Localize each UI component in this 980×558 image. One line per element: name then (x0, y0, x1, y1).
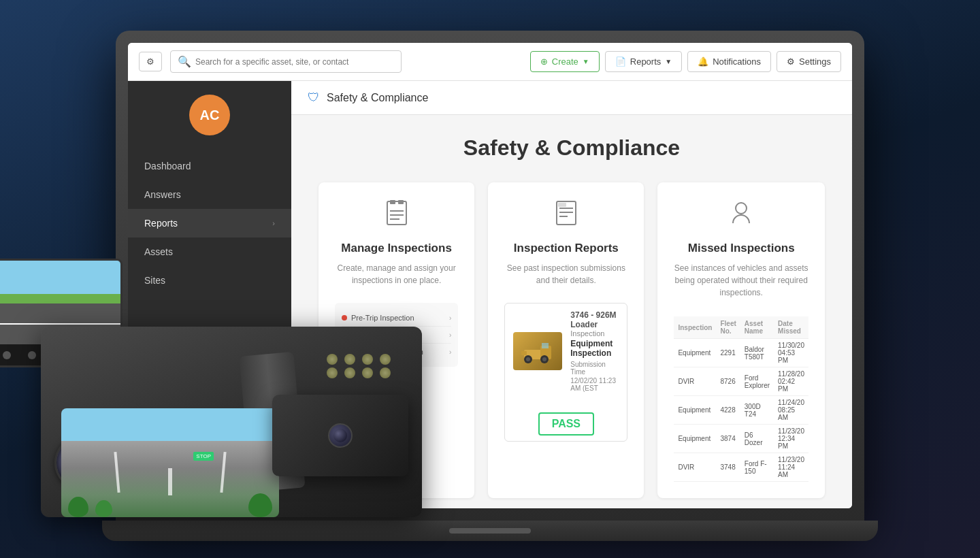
inspection-reports-title: Inspection Reports (514, 242, 619, 255)
svg-rect-21 (542, 343, 549, 348)
svg-point-19 (542, 357, 546, 361)
notifications-bell-icon: 🔔 (698, 56, 708, 67)
inspection-reports-desc: See past inspection submissions and thei… (504, 262, 627, 286)
reports-expand-icon: › (272, 219, 275, 227)
laptop-wrapper: STOP ⚙ 🔍 (0, 0, 980, 558)
manage-row-3: Equipment Inspection › (342, 344, 451, 360)
status-dot-green (342, 349, 347, 355)
content-area: 🛡 Safety & Compliance Safety & Complianc… (291, 81, 852, 508)
reports-button[interactable]: 📄 Reports ▼ (605, 51, 682, 72)
sidebar-nav: Dashboard Answers Reports › (128, 152, 291, 295)
col-header-asset: Asset Name (740, 316, 774, 339)
cards-grid: Manage Inspections Create, manage and as… (318, 182, 825, 508)
manage-inspections-desc: Create, manage and assign your inspectio… (335, 262, 458, 286)
shield-icon: 🛡 (308, 91, 320, 105)
tenna-logo-text: TENNA (169, 479, 213, 491)
missed-inspections-desc: See instances of vehicles and assets bei… (674, 262, 808, 299)
notifications-button[interactable]: 🔔 Notifications (687, 51, 771, 72)
svg-rect-3 (387, 201, 406, 225)
search-icon: 🔍 (178, 55, 191, 68)
manage-inspections-icon (383, 199, 410, 232)
table-row: Equipment 3874 D6 Dozer 11/23/20 12:34 P… (674, 425, 808, 453)
filter-icon: ⚙ (146, 56, 154, 67)
search-input[interactable] (195, 57, 394, 67)
tenna-logo-icon (144, 476, 163, 495)
page-body: Safety & Compliance (291, 115, 852, 508)
inspection-reports-icon (553, 199, 580, 232)
laptop-screen: ⚙ 🔍 ⊕ Create ▼ (128, 43, 852, 508)
sidebar-item-assets[interactable]: Assets (128, 237, 291, 266)
inspection-preview: 3746 - 926M Loader Inspection Equipment … (504, 303, 627, 442)
sidebar-safety-section: Safety & Compliance › (128, 364, 291, 393)
svg-rect-13 (558, 203, 566, 207)
pass-badge: PASS (538, 412, 594, 436)
create-chevron-icon: ▼ (583, 58, 589, 65)
create-plus-icon: ⊕ (540, 56, 548, 67)
reports-doc-icon: 📄 (615, 56, 626, 67)
card-manage-inspections[interactable]: Manage Inspections Create, manage and as… (318, 182, 474, 498)
card-inspection-reports[interactable]: Inspection Reports See past inspection s… (488, 182, 644, 498)
page-title: Safety & Compliance (318, 135, 825, 161)
table-row: Equipment 2291 Baldor T580T 11/30/20 04:… (674, 339, 808, 367)
camera-lens-1 (54, 436, 109, 490)
submission-label: Submission Time (570, 361, 619, 376)
status-dot-orange (342, 332, 347, 338)
svg-rect-5 (398, 200, 404, 204)
card-missed-inspections[interactable]: Missed Inspections See instances of vehi… (657, 182, 825, 498)
sidebar-item-safety-compliance[interactable]: Safety & Compliance › (128, 365, 291, 393)
col-header-fleet: Fleet No. (716, 316, 740, 339)
sidebar-item-dashboard[interactable]: Dashboard (128, 152, 291, 180)
sidebar-bottom: TENNA (128, 462, 291, 508)
svg-rect-4 (390, 200, 395, 204)
avatar: AC (189, 95, 230, 135)
create-button[interactable]: ⊕ Create ▼ (530, 51, 600, 72)
manage-row-1: Pre-Trip Inspection › (342, 310, 451, 327)
status-dot-red (342, 315, 347, 321)
table-row: DVIR 8726 Ford Explorer 11/28/20 02:42 P… (674, 367, 808, 396)
svg-point-17 (526, 357, 530, 361)
manage-row-2: Post-Trip Inspection › (342, 327, 451, 344)
monitor-control-1 (3, 351, 11, 359)
svg-point-22 (736, 203, 747, 214)
svg-rect-20 (521, 351, 527, 355)
monitor-control-2 (28, 351, 36, 359)
missed-inspections-icon (728, 199, 755, 232)
settings-button[interactable]: ⚙ Settings (777, 51, 841, 72)
sidebar-item-sites[interactable]: Sites (128, 266, 291, 295)
svg-rect-1 (152, 477, 158, 493)
laptop-base (102, 521, 878, 541)
inspection-asset-image (513, 332, 562, 370)
svg-rect-0 (146, 481, 151, 493)
nav-right: ⊕ Create ▼ 📄 Reports ▼ 🔔 N (530, 51, 841, 72)
missed-inspections-title: Missed Inspections (688, 242, 795, 255)
safety-expand-icon: › (272, 374, 275, 384)
page-header: 🛡 Safety & Compliance (291, 81, 852, 115)
main-area: AC Dashboard Answers Reports (128, 81, 852, 508)
monitor-control-3 (54, 351, 62, 359)
table-row: Equipment 4228 300D T24 11/24/20 08:25 A… (674, 396, 808, 425)
app-container: ⚙ 🔍 ⊕ Create ▼ (128, 43, 852, 508)
inspection-row: 3746 - 926M Loader Inspection Equipment … (505, 303, 627, 399)
sidebar-item-reports[interactable]: Reports › (128, 209, 291, 237)
top-nav: ⚙ 🔍 ⊕ Create ▼ (128, 43, 852, 81)
missed-inspections-table: Inspection Fleet No. Asset Name Date Mis… (674, 316, 808, 482)
table-row: DVIR 3748 Ford F-150 11/23/20 11:24 AM (674, 453, 808, 482)
inspection-info: 3746 - 926M Loader Inspection Equipment … (570, 310, 619, 392)
reports-chevron-icon: ▼ (665, 58, 672, 65)
laptop-outer: ⚙ 🔍 ⊕ Create ▼ (116, 31, 864, 521)
manage-preview: Pre-Trip Inspection › Post-Trip Inspecti… (335, 303, 458, 367)
col-header-date: Date Missed (774, 316, 808, 339)
tenna-logo: TENNA (144, 476, 275, 495)
svg-rect-2 (159, 481, 163, 493)
search-bar[interactable]: 🔍 (170, 50, 402, 73)
sidebar-item-answers[interactable]: Answers (128, 180, 291, 209)
settings-gear-icon: ⚙ (787, 56, 795, 67)
breadcrumb-title: Safety & Compliance (327, 92, 428, 104)
col-header-inspection: Inspection (674, 316, 716, 339)
sidebar: AC Dashboard Answers Reports (128, 81, 291, 508)
submission-time: 12/02/20 11:23 AM (EST (570, 377, 619, 392)
filter-button[interactable]: ⚙ (139, 52, 162, 71)
manage-inspections-title: Manage Inspections (341, 242, 451, 255)
